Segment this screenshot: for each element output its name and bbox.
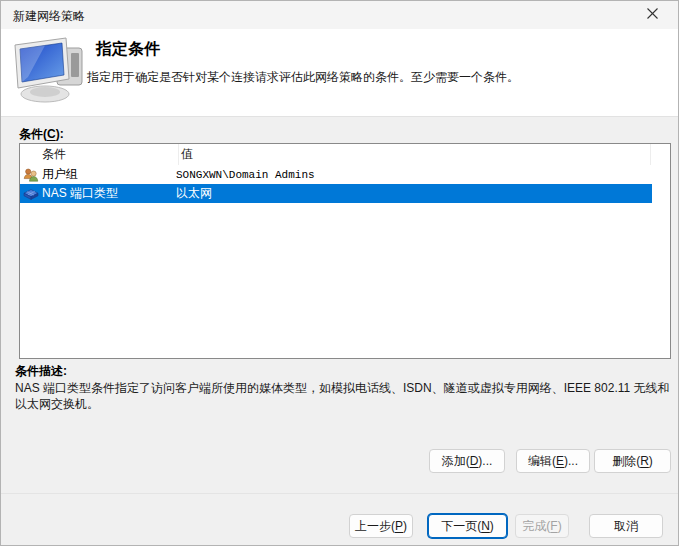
condition-row-user-group[interactable]: 用户组 SONGXWN\Domain Admins [20,165,652,184]
condition-cell: 用户组 [39,166,176,183]
condition-row-nas-port-type[interactable]: NAS 端口类型 以太网 [20,184,652,203]
column-header-condition[interactable]: 条件 [20,144,179,165]
computer-icon [9,35,89,107]
column-header-value[interactable]: 值 [179,144,651,165]
nas-port-type-icon [23,186,39,202]
cancel-button[interactable]: 取消 [589,514,663,538]
close-button[interactable] [636,4,668,26]
conditions-list: 条件 值 用户组 SONGXWN\Domain Admins [19,143,671,359]
close-icon [646,7,659,23]
list-header: 条件 值 [20,144,670,165]
value-cell: SONGXWN\Domain Admins [176,169,652,181]
wizard-banner: 指定条件 指定用于确定是否针对某个连接请求评估此网络策略的条件。至少需要一个条件… [1,29,678,117]
page-description: 指定用于确定是否针对某个连接请求评估此网络策略的条件。至少需要一个条件。 [87,69,519,86]
add-button[interactable]: 添加(D)... [429,449,505,473]
edit-button[interactable]: 编辑(E)... [516,449,590,473]
window-title: 新建网络策略 [13,8,85,25]
page-title: 指定条件 [96,39,160,60]
condition-description-label: 条件描述: [15,363,67,380]
finish-button[interactable]: 完成(F) [515,514,569,538]
next-button[interactable]: 下一页(N) [428,514,507,538]
new-network-policy-dialog: 新建网络策略 [0,0,679,546]
value-cell: 以太网 [176,185,652,202]
condition-description-text: NAS 端口类型条件指定了访问客户端所使用的媒体类型，如模拟电话线、ISDN、隧… [15,380,673,412]
delete-button[interactable]: 删除(R) [594,449,671,473]
footer-bar [1,493,678,545]
previous-button[interactable]: 上一步(P) [349,514,413,538]
condition-cell: NAS 端口类型 [39,185,176,202]
user-group-icon [23,167,39,183]
conditions-label: 条件(C): [19,126,64,143]
window-titlebar: 新建网络策略 [1,1,678,29]
